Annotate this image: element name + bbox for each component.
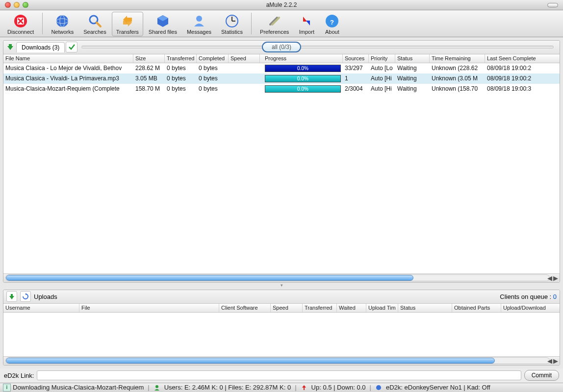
filter-all-pill[interactable]: all (0/3) [262, 42, 301, 52]
uploads-title: Uploads [34, 293, 497, 300]
content-area: Downloads (3) all (0/3) File Name Size T… [0, 37, 563, 368]
table-cell: 08/09/18 19:00:3 [485, 84, 560, 93]
downloads-panel: Downloads (3) all (0/3) File Name Size T… [3, 40, 560, 283]
transfers-label: Transfers [116, 29, 139, 35]
col-ratio[interactable]: Upload/Download [501, 304, 560, 312]
ed2k-link-row: eD2k Link: Commit [0, 368, 563, 383]
col-client[interactable]: Client Software [219, 304, 271, 312]
table-cell: Musica Clasica - Vivaldi- La Primavera.m… [3, 74, 133, 83]
table-cell [229, 77, 260, 79]
minimize-button[interactable] [14, 2, 20, 8]
downloads-scrollbar[interactable]: ◀▶ [3, 273, 560, 282]
disconnect-label: Disconnect [7, 29, 34, 35]
preferences-button[interactable]: Preferences [256, 12, 293, 36]
col-lastseen[interactable]: Last Seen Complete [485, 54, 560, 63]
col-utransferred[interactable]: Transferred [303, 304, 337, 312]
table-cell: 1 [343, 74, 369, 83]
table-cell: Unknown (3.05 M [430, 74, 485, 83]
downloads-body: Musica Clasica - Lo Mejor de Vivaldi, Be… [3, 63, 560, 273]
table-cell: Auto [Lo [369, 64, 395, 73]
table-cell: Musica Clasica - Lo Mejor de Vivaldi, Be… [3, 64, 133, 73]
zoom-button[interactable] [23, 2, 28, 8]
close-button[interactable] [5, 2, 11, 8]
table-cell [229, 67, 260, 69]
table-cell: Waiting [395, 74, 430, 83]
shared-files-button[interactable]: Shared files [144, 12, 181, 36]
speed-icon [301, 384, 307, 391]
table-cell: 2/3004 [343, 84, 369, 93]
messages-label: Messages [187, 29, 211, 35]
table-cell: Auto [Hi [369, 74, 395, 83]
col-priority[interactable]: Priority [369, 54, 395, 63]
clients-queue-label: Clients on queue : 0 [500, 293, 557, 300]
titlebar-pill[interactable] [547, 3, 558, 7]
about-button[interactable]: ? About [320, 12, 344, 36]
commit-button[interactable]: Commit [524, 370, 559, 381]
status-download-tab[interactable]: i Downloading Musica-Clasica-Mozart-Requ… [3, 384, 144, 392]
status-speeds: Up: 0.5 | Down: 0.0 [311, 384, 366, 391]
col-file[interactable]: File [79, 304, 219, 312]
table-cell: Auto [Hi [369, 84, 395, 93]
col-ustatus[interactable]: Status [398, 304, 452, 312]
searches-button[interactable]: Searches [79, 12, 110, 36]
networks-button[interactable]: Networks [47, 12, 78, 36]
col-completed[interactable]: Completed [197, 54, 229, 63]
shared-icon [155, 13, 171, 29]
col-speed[interactable]: Speed [229, 54, 260, 63]
table-cell: 228.62 M [133, 64, 165, 73]
status-download-text: Downloading Musica-Clasica-Mozart-Requie… [13, 384, 144, 391]
statistics-button[interactable]: Statistics [217, 12, 247, 36]
transfers-button[interactable]: Transfers [112, 12, 143, 36]
col-obtained[interactable]: Obtained Parts [452, 304, 501, 312]
uploads-scrollbar[interactable]: ◀▶ [3, 356, 560, 365]
svg-point-7 [196, 16, 202, 22]
splitter-handle[interactable]: ▾ [3, 284, 560, 287]
disconnect-button[interactable]: Disconnect [3, 12, 38, 36]
search-icon [87, 13, 103, 29]
messages-button[interactable]: Messages [182, 12, 216, 36]
titlebar: aMule 2.2.2 [0, 0, 563, 10]
col-username[interactable]: Username [3, 304, 79, 312]
table-cell: 0 bytes [197, 74, 229, 83]
statistics-label: Statistics [221, 29, 243, 35]
col-uptime[interactable]: Upload Tim [366, 304, 398, 312]
col-filename[interactable]: File Name [3, 54, 133, 63]
table-cell: 0 bytes [165, 84, 197, 93]
import-button[interactable]: Import [294, 12, 319, 36]
downloads-tab[interactable]: Downloads (3) [16, 42, 65, 52]
disconnect-icon [13, 13, 28, 29]
checkmark-button[interactable] [66, 42, 77, 52]
refresh-icon[interactable] [20, 291, 31, 302]
toolbar-sep [42, 13, 43, 34]
table-cell: Waiting [395, 84, 430, 93]
uploads-columns: Username File Client Software Speed Tran… [3, 304, 560, 313]
globe-icon [54, 13, 70, 29]
info-icon: i [3, 384, 11, 392]
ed2k-label: eD2k Link: [4, 372, 34, 379]
svg-text:?: ? [330, 19, 334, 26]
svg-point-14 [376, 385, 381, 390]
table-row[interactable]: Musica-Clasica-Mozart-Requiem (Complete1… [3, 84, 560, 94]
col-size[interactable]: Size [133, 54, 165, 63]
col-transferred[interactable]: Transferred [165, 54, 197, 63]
downloads-tab-row: Downloads (3) all (0/3) [3, 41, 560, 54]
table-row[interactable]: Musica Clasica - Lo Mejor de Vivaldi, Be… [3, 63, 560, 74]
table-row[interactable]: Musica Clasica - Vivaldi- La Primavera.m… [3, 74, 560, 84]
col-remaining[interactable]: Time Remaining [430, 54, 485, 63]
status-users: Users: E: 2.46M K: 0 | Files: E: 292.87M… [164, 384, 291, 391]
connection-icon [375, 384, 382, 391]
col-status[interactable]: Status [395, 54, 430, 63]
status-sep: | [295, 384, 296, 391]
col-sources[interactable]: Sources [343, 54, 369, 63]
import-label: Import [299, 29, 314, 35]
table-cell: 0 bytes [165, 64, 197, 73]
col-uspeed[interactable]: Speed [271, 304, 303, 312]
col-progress[interactable]: Progress [260, 54, 343, 63]
col-waited[interactable]: Waited [337, 304, 366, 312]
table-cell: 33/297 [343, 64, 369, 73]
status-connection: eD2k: eDonkeyServer No1 | Kad: Off [386, 384, 490, 391]
svg-point-13 [155, 385, 158, 388]
ed2k-link-input[interactable] [37, 370, 521, 380]
upload-arrow-icon[interactable] [6, 291, 17, 302]
transfers-icon [120, 13, 135, 29]
